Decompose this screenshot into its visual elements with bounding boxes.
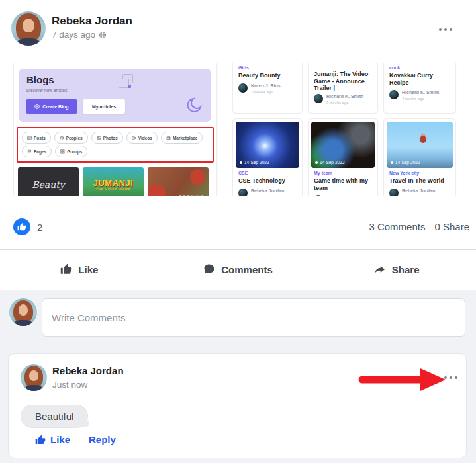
comment-reply-button[interactable]: Reply [89,434,116,445]
videos-icon [132,136,136,140]
post-page: Rebeka Jordan 7 days ago Blogs Discover … [0,0,476,463]
blog-cards-grid: Girls Beauty Bounty Karen J. Rios 2 week… [232,63,456,196]
post-time: 7 days ago [52,30,95,40]
card-author-avatar [314,94,323,103]
cards-column-3: cook Kovakkai Curry Recipe Richard K. Sm… [383,63,456,196]
cards-column-1: Girls Beauty Bounty Karen J. Rios 2 week… [232,63,303,196]
gamer-image: 14-Sep-2022 [311,122,375,168]
photos-icon [97,136,101,140]
thumbs-up-icon [17,222,26,232]
filter-pills-row1: Posts Peoples Photos Videos [22,132,203,144]
blog-hero-subtitle: Discover new articles [26,88,67,93]
comment-like-button[interactable]: Like [35,434,70,445]
filter-pill-photos: Photos [91,132,123,144]
share-count[interactable]: 0 Share [434,221,469,232]
comments-button[interactable]: Comments [159,257,318,281]
annotation-red-box: Posts Peoples Photos Videos [17,127,214,163]
blog-hero-title: Blogs [26,74,54,85]
my-articles-button: My articles [83,99,125,114]
thumbs-up-icon [60,263,72,275]
post-options-menu-icon[interactable] [439,28,452,31]
filter-pills-row2: Pages Groups [22,146,87,157]
card-date-badge: 14-Sep-2022 [315,160,345,165]
blog-card-kovakkai: cook Kovakkai Curry Recipe Richard K. Sm… [383,63,456,114]
filter-pill-pages: Pages [22,146,52,157]
card-author-avatar [238,83,248,93]
card-date-badge: 14-Sep-2022 [240,160,269,165]
like-count-badge[interactable] [13,218,30,235]
comment-options-menu-icon[interactable] [444,376,457,379]
card-author-avatar [314,195,323,196]
filter-pill-posts: Posts [22,132,51,144]
blog-thumbnails-row: Beauty JUMANJI THE VIDEO GAME COOKING [18,167,209,196]
travel-image: 14-Sep-2022 [387,122,453,168]
technology-image: 14-Sep-2022 [236,122,299,168]
card-date-badge: 14-Sep-2022 [391,160,420,165]
like-button[interactable]: Like [0,257,159,281]
comment-author-name[interactable]: Rebeka Jordan [52,365,124,376]
current-user-avatar[interactable] [9,298,37,326]
share-arrow-icon [374,263,386,275]
comment-time: Just now [52,380,87,390]
filter-pill-peoples: Peoples [54,132,88,144]
blog-card-game-time: 14-Sep-2022 My team Game time with my te… [308,118,378,196]
blog-hero-banner: Blogs Discover new articles Create Blog … [19,69,211,122]
cards-column-2: Jumanji: The Video Game - Announce Trail… [308,63,378,196]
globe-privacy-icon [99,31,107,39]
comment-author-avatar[interactable] [21,364,47,391]
card-author-avatar [389,90,399,99]
post-stats: 3 Comments 0 Share [369,221,469,232]
card-author-avatar [389,189,399,197]
comment-bubble-icon [203,263,215,275]
comment-actions: Like Reply [35,434,116,445]
blog-card-beauty-bounty: Girls Beauty Bounty Karen J. Rios 2 week… [232,63,303,114]
divider [0,249,476,250]
post-attachment-image[interactable]: Blogs Discover new articles Create Blog … [13,63,463,196]
cooking-thumbnail: COOKING [148,167,209,196]
like-count[interactable]: 2 [37,222,42,233]
thumbs-up-icon [35,435,46,445]
comment-text-bubble: Beautiful [21,405,88,428]
blog-card-travel: 14-Sep-2022 New York city Travel In The … [383,118,456,196]
filter-pill-marketplace: Marketplace [161,132,203,144]
filter-pill-videos: Videos [126,132,158,144]
avatar-body [18,38,38,46]
jumanji-thumbnail: JUMANJI THE VIDEO GAME [83,167,144,196]
share-button[interactable]: Share [317,257,476,281]
avatar-face [23,19,34,32]
plus-circle-icon [34,104,40,109]
card-author-avatar [238,189,248,197]
create-blog-button: Create Blog [26,99,77,114]
crescent-moon-icon [185,95,205,115]
comments-section: Rebeka Jordan Just now Beautiful Like Re… [0,290,476,463]
copy-box-icon [117,74,136,93]
post-meta: 7 days ago [52,30,107,40]
post-author-name[interactable]: Rebeka Jordan [52,15,132,28]
annotation-arrow [356,367,448,392]
peoples-icon [60,136,64,140]
blog-app-screenshot: Blogs Discover new articles Create Blog … [13,63,217,196]
groups-icon [60,149,65,154]
blog-card-jumanji: Jumanji: The Video Game - Announce Trail… [308,63,378,114]
pages-icon [27,149,32,154]
write-comment-input[interactable] [42,298,465,337]
posts-icon [27,136,32,140]
blog-card-cse-technology: 14-Sep-2022 CSE CSE Technology Rebeka Jo… [232,118,303,196]
filter-pill-groups: Groups [55,146,87,157]
marketplace-icon [166,136,171,140]
beauty-thumbnail: Beauty [18,167,79,196]
comment-card: Rebeka Jordan Just now Beautiful Like Re… [8,353,467,458]
post-action-bar: Like Comments Share [0,257,476,281]
post-author-avatar[interactable] [11,11,46,46]
comments-count[interactable]: 3 Comments [369,221,425,232]
